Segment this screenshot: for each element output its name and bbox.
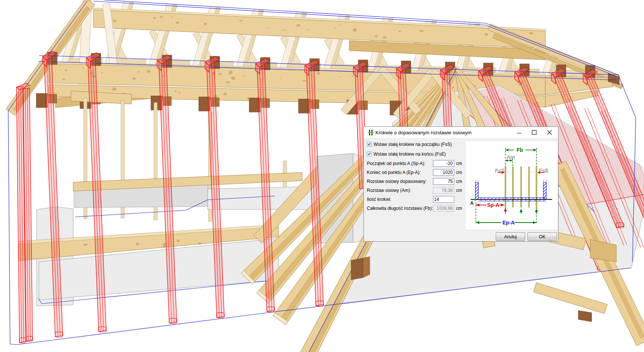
svg-text:Am: Am bbox=[507, 154, 515, 160]
svg-text:Fb: Fb bbox=[517, 147, 523, 153]
svg-text:Sp-A: Sp-A bbox=[487, 202, 499, 208]
svg-text:A: A bbox=[470, 201, 474, 206]
svg-text:Ep-A: Ep-A bbox=[502, 220, 515, 226]
